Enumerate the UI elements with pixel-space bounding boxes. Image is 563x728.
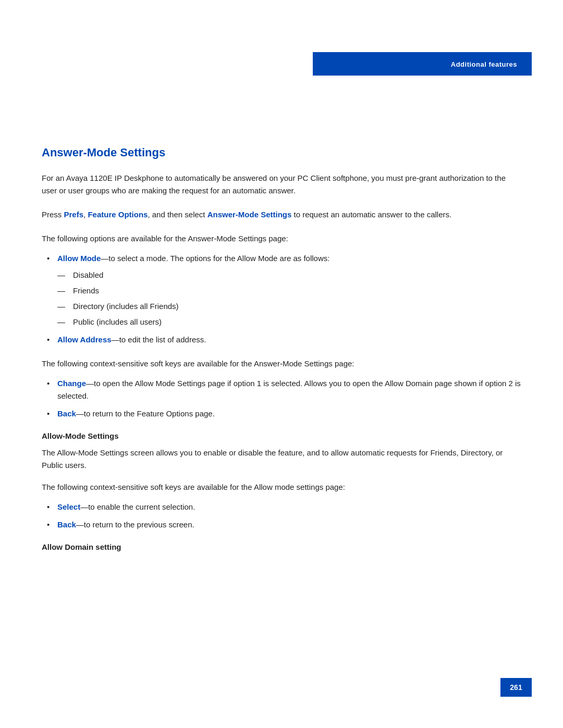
instruction-suffix: to request an automatic answer to the ca… xyxy=(291,210,451,219)
select-description: —to enable the current selection. xyxy=(80,502,195,511)
main-bullet-list: Allow Mode—to select a mode. The options… xyxy=(42,252,521,346)
content-area: Answer-Mode Settings For an Avaya 1120E … xyxy=(31,146,532,551)
change-item: Change—to open the Allow Mode Settings p… xyxy=(42,377,521,402)
allow-mode-settings-para1: The Allow-Mode Settings screen allows yo… xyxy=(42,447,521,472)
prefs-link[interactable]: Prefs xyxy=(64,210,84,219)
page-number: 261 xyxy=(510,683,522,692)
instruction-paragraph: Press Prefs, Feature Options, and then s… xyxy=(42,208,521,221)
allow-mode-option-friends: Friends xyxy=(57,285,521,297)
change-label[interactable]: Change xyxy=(57,379,86,388)
allow-mode-option-public: Public (includes all users) xyxy=(57,316,521,328)
back-description: —to return to the Feature Options page. xyxy=(76,409,215,418)
select-item: Select—to enable the current selection. xyxy=(42,501,521,513)
header-banner: Additional features xyxy=(313,52,532,76)
page-number-box: 261 xyxy=(500,678,532,697)
soft-keys-intro: The following context-sensitive soft key… xyxy=(42,357,521,370)
instruction-prefix: Press xyxy=(42,210,64,219)
page-container: Additional features Answer-Mode Settings… xyxy=(0,0,563,728)
allow-mode-settings-heading: Allow-Mode Settings xyxy=(42,431,521,440)
back2-description: —to return to the previous screen. xyxy=(76,520,194,529)
back2-item: Back—to return to the previous screen. xyxy=(42,519,521,531)
allow-mode-option-disabled: Disabled xyxy=(57,269,521,281)
back-label[interactable]: Back xyxy=(57,409,76,418)
back-item: Back—to return to the Feature Options pa… xyxy=(42,408,521,420)
options-intro: The following options are available for … xyxy=(42,232,521,245)
intro-paragraph: For an Avaya 1120E IP Deskphone to autom… xyxy=(42,172,521,197)
allow-mode-item: Allow Mode—to select a mode. The options… xyxy=(42,252,521,328)
back2-label[interactable]: Back xyxy=(57,520,76,529)
allow-mode-description: —to select a mode. The options for the A… xyxy=(101,254,329,263)
allow-mode-soft-keys-list: Select—to enable the current selection. … xyxy=(42,501,521,531)
allow-mode-sub-list: Disabled Friends Directory (includes all… xyxy=(57,269,521,328)
allow-address-description: —to edit the list of address. xyxy=(112,335,206,344)
allow-address-item: Allow Address—to edit the list of addres… xyxy=(42,334,521,346)
answer-mode-link[interactable]: Answer-Mode Settings xyxy=(207,210,292,219)
header-banner-text: Additional features xyxy=(451,60,517,68)
allow-address-label[interactable]: Allow Address xyxy=(57,335,112,344)
change-description: —to open the Allow Mode Settings page if… xyxy=(57,379,521,400)
allow-mode-settings-para2: The following context-sensitive soft key… xyxy=(42,481,521,493)
allow-mode-label[interactable]: Allow Mode xyxy=(57,254,101,263)
soft-keys-list: Change—to open the Allow Mode Settings p… xyxy=(42,377,521,420)
instruction-middle: , and then select xyxy=(148,210,207,219)
allow-domain-heading: Allow Domain setting xyxy=(42,542,521,551)
page-title: Answer-Mode Settings xyxy=(42,146,521,159)
select-label[interactable]: Select xyxy=(57,502,80,511)
allow-mode-option-directory: Directory (includes all Friends) xyxy=(57,300,521,313)
feature-options-link[interactable]: Feature Options xyxy=(88,210,148,219)
